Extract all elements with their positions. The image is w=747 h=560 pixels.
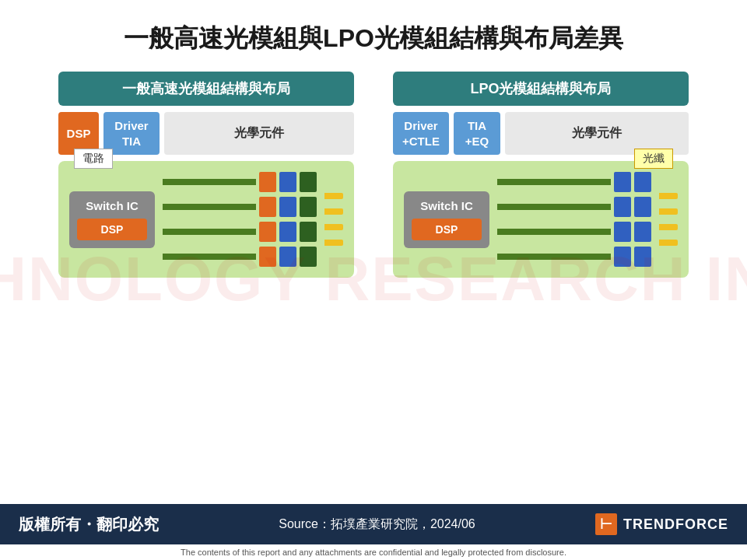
lane-block-blue2 bbox=[614, 197, 631, 217]
footer-source: Source：拓墣產業研究院，2024/06 bbox=[279, 516, 475, 533]
footer-bar: 版權所有・翻印必究 Source：拓墣產業研究院，2024/06 ⊢ TREND… bbox=[0, 504, 747, 560]
right-lane-row-4 bbox=[497, 247, 651, 267]
lane-line bbox=[163, 204, 256, 210]
right-lane-row-3 bbox=[497, 222, 651, 242]
lane-block-orange bbox=[259, 222, 276, 242]
footer-disclaimer: The contents of this report and any atta… bbox=[0, 544, 747, 560]
right-diagram-header: LPO光模組結構與布局 bbox=[393, 72, 689, 106]
right-switch-label: Switch IC bbox=[412, 199, 482, 212]
right-diagram: LPO光模組結構與布局 Driver+CTLE TIA+EQ 光學元件 光纖 S… bbox=[393, 72, 689, 278]
lane-block-orange bbox=[259, 247, 276, 267]
yellow-stub-4 bbox=[324, 240, 343, 246]
lane-line bbox=[497, 179, 611, 185]
left-yellow-connectors bbox=[324, 193, 343, 246]
lane-row-4 bbox=[163, 247, 317, 267]
left-lower-inner: Switch IC DSP bbox=[69, 172, 343, 267]
lane-block-blue2 bbox=[634, 197, 651, 217]
footer-logo: ⊢ TRENDFORCE bbox=[595, 513, 728, 535]
yellow-stub-4 bbox=[659, 240, 678, 246]
right-switch-box: Switch IC DSP bbox=[404, 191, 489, 248]
yellow-stub-2 bbox=[324, 208, 343, 215]
left-lower-diagram: 電路 Switch IC DSP bbox=[58, 161, 354, 278]
lane-block-blue bbox=[279, 222, 296, 242]
lane-block-blue2 bbox=[634, 222, 651, 242]
lane-block-blue bbox=[279, 172, 296, 192]
lane-row-2 bbox=[163, 197, 317, 217]
source-label: Source bbox=[279, 517, 318, 530]
left-switch-box: Switch IC DSP bbox=[69, 191, 155, 248]
right-lower-diagram: 光纖 Switch IC DSP bbox=[393, 161, 689, 278]
right-lower-inner: Switch IC DSP bbox=[404, 172, 678, 267]
lane-line bbox=[497, 254, 611, 260]
yellow-stub-2 bbox=[659, 208, 678, 215]
left-diagram-header: 一般高速光模組結構與布局 bbox=[58, 72, 354, 106]
lane-line bbox=[163, 254, 256, 260]
lane-block-blue2 bbox=[634, 172, 651, 192]
lane-line bbox=[163, 229, 256, 235]
right-lane-row-1 bbox=[497, 172, 651, 192]
diagrams-wrapper: 一般高速光模組結構與布局 DSP DriverTIA 光學元件 電路 Switc… bbox=[0, 64, 747, 285]
right-lane-row-2 bbox=[497, 197, 651, 217]
left-diagram: 一般高速光模組結構與布局 DSP DriverTIA 光學元件 電路 Switc… bbox=[58, 72, 354, 278]
lane-block-green bbox=[300, 197, 317, 217]
yellow-stub-3 bbox=[659, 224, 678, 230]
yellow-stub-3 bbox=[324, 224, 343, 230]
lane-block-orange bbox=[259, 197, 276, 217]
lane-block-blue2 bbox=[614, 172, 631, 192]
yellow-stub-1 bbox=[659, 193, 678, 199]
logo-f-icon: ⊢ bbox=[595, 513, 617, 535]
lane-row-3 bbox=[163, 222, 317, 242]
right-callout-label: 光纖 bbox=[634, 149, 673, 169]
page-title: 一般高速光模組與LPO光模組結構與布局差異 bbox=[0, 0, 747, 64]
left-switch-label: Switch IC bbox=[77, 199, 147, 212]
right-tia-eq-box: TIA+EQ bbox=[454, 112, 500, 155]
lane-line bbox=[497, 204, 611, 210]
lane-block-green bbox=[300, 222, 317, 242]
left-callout-label: 電路 bbox=[74, 149, 113, 169]
source-text: ：拓墣產業研究院，2024/06 bbox=[318, 517, 475, 530]
lane-block-blue2 bbox=[634, 247, 651, 267]
left-optical-box: 光學元件 bbox=[164, 112, 354, 155]
lane-block-green bbox=[300, 172, 317, 192]
lane-block-blue bbox=[279, 197, 296, 217]
footer-copyright: 版權所有・翻印必究 bbox=[19, 514, 159, 535]
footer-main: 版權所有・翻印必究 Source：拓墣產業研究院，2024/06 ⊢ TREND… bbox=[0, 504, 747, 544]
right-yellow-connectors bbox=[659, 193, 678, 246]
lane-row-1 bbox=[163, 172, 317, 192]
lane-block-blue2 bbox=[614, 222, 631, 242]
left-lanes bbox=[163, 172, 317, 267]
lane-block-blue2 bbox=[614, 247, 631, 267]
left-switch-dsp: DSP bbox=[77, 219, 147, 240]
right-switch-dsp: DSP bbox=[412, 219, 482, 240]
yellow-stub-1 bbox=[324, 193, 343, 199]
lane-block-orange bbox=[259, 172, 276, 192]
right-lanes bbox=[497, 172, 651, 267]
logo-name: TRENDFORCE bbox=[623, 516, 728, 533]
lane-block-green bbox=[300, 247, 317, 267]
lane-line bbox=[163, 179, 256, 185]
right-driver-ctle-box: Driver+CTLE bbox=[393, 112, 449, 155]
lane-line bbox=[497, 229, 611, 235]
lane-block-blue bbox=[279, 247, 296, 267]
